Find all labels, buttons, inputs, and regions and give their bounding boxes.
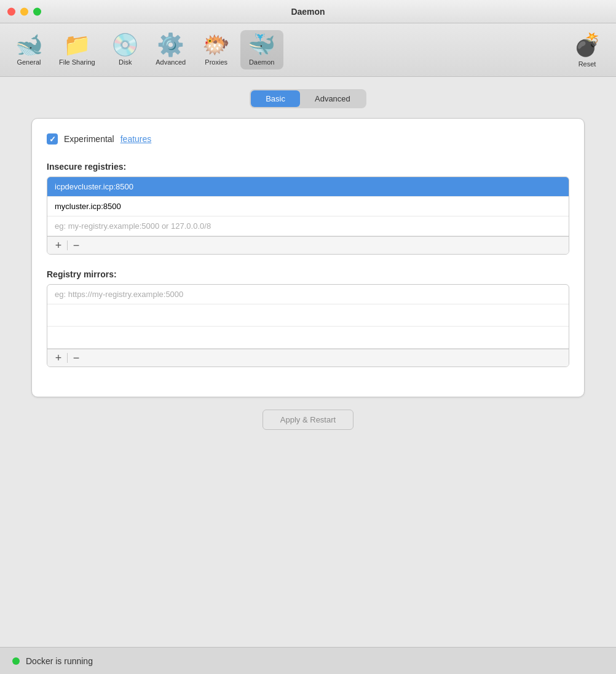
advanced-icon: ⚙️ <box>157 34 184 56</box>
window-title: Daemon <box>291 7 325 17</box>
toolbar-label-reset: Reset <box>578 60 596 68</box>
add-mirror-button[interactable]: + <box>50 351 67 365</box>
insecure-registries-label: Insecure registries: <box>47 162 569 172</box>
daemon-icon: 🐳 <box>248 34 275 56</box>
remove-mirror-button[interactable]: − <box>68 351 85 365</box>
apply-section: Apply & Restart <box>263 397 353 442</box>
apply-restart-button[interactable]: Apply & Restart <box>263 410 353 430</box>
toolbar-item-advanced[interactable]: ⚙️ Advanced <box>149 30 192 69</box>
toolbar-item-disk[interactable]: 💿 Disk <box>104 30 147 69</box>
registry-row-1[interactable]: mycluster.icp:8500 <box>47 197 569 216</box>
file-sharing-icon: 📁 <box>63 34 91 56</box>
experimental-checkbox[interactable] <box>47 133 58 145</box>
disk-icon: 💿 <box>111 34 139 56</box>
toolbar: 🐋 General 📁 File Sharing 💿 Disk ⚙️ Advan… <box>0 23 616 77</box>
panel: Experimental features Insecure registrie… <box>31 118 585 397</box>
insecure-registry-toolbar: + − <box>47 236 569 254</box>
minimize-button[interactable] <box>20 7 28 15</box>
toolbar-item-file-sharing[interactable]: 📁 File Sharing <box>53 30 101 69</box>
toolbar-item-reset[interactable]: 💣 Reset <box>566 28 609 71</box>
experimental-label: Experimental <box>64 134 114 144</box>
add-insecure-registry-button[interactable]: + <box>50 238 67 253</box>
mirrors-empty-row-1 <box>47 304 569 327</box>
toolbar-label-file-sharing: File Sharing <box>59 58 95 66</box>
status-bar: Docker is running <box>0 647 616 674</box>
toolbar-label-daemon: Daemon <box>249 58 275 66</box>
registry-mirrors-label: Registry mirrors: <box>47 269 569 279</box>
general-icon: 🐋 <box>15 34 43 56</box>
toolbar-label-proxies: Proxies <box>205 58 227 66</box>
toolbar-label-general: General <box>17 58 41 66</box>
docker-status-dot <box>12 657 20 665</box>
toolbar-item-proxies[interactable]: 🐡 Proxies <box>195 30 238 69</box>
registry-mirrors-container: eg: https://my-registry.example:5000 + − <box>47 284 569 367</box>
insecure-registries-container: icpdevcluster.icp:8500 mycluster.icp:850… <box>47 176 569 255</box>
registry-input-row[interactable]: eg: my-registry.example:5000 or 127.0.0.… <box>47 216 569 236</box>
experimental-row: Experimental features <box>47 133 569 145</box>
close-button[interactable] <box>7 7 15 15</box>
toolbar-item-general[interactable]: 🐋 General <box>7 30 50 69</box>
registry-row-0[interactable]: icpdevcluster.icp:8500 <box>47 177 569 197</box>
mirrors-empty-row-2 <box>47 327 569 349</box>
features-link[interactable]: features <box>120 134 152 144</box>
main-content: Basic Advanced Experimental features Ins… <box>0 77 616 647</box>
tab-advanced[interactable]: Advanced <box>300 90 365 107</box>
toolbar-item-daemon[interactable]: 🐳 Daemon <box>240 30 283 69</box>
tab-basic[interactable]: Basic <box>251 90 300 107</box>
title-bar: Daemon <box>0 0 616 23</box>
remove-insecure-registry-button[interactable]: − <box>68 238 85 253</box>
toolbar-label-disk: Disk <box>119 58 132 66</box>
proxies-icon: 🐡 <box>202 34 230 56</box>
maximize-button[interactable] <box>33 7 41 15</box>
docker-status-text: Docker is running <box>26 656 93 666</box>
tab-switcher: Basic Advanced <box>250 89 366 108</box>
reset-icon: 💣 <box>574 32 601 58</box>
mirrors-input-row[interactable]: eg: https://my-registry.example:5000 <box>47 285 569 304</box>
mirrors-toolbar: + − <box>47 349 569 367</box>
toolbar-label-advanced: Advanced <box>156 58 186 66</box>
window-controls <box>7 7 41 15</box>
